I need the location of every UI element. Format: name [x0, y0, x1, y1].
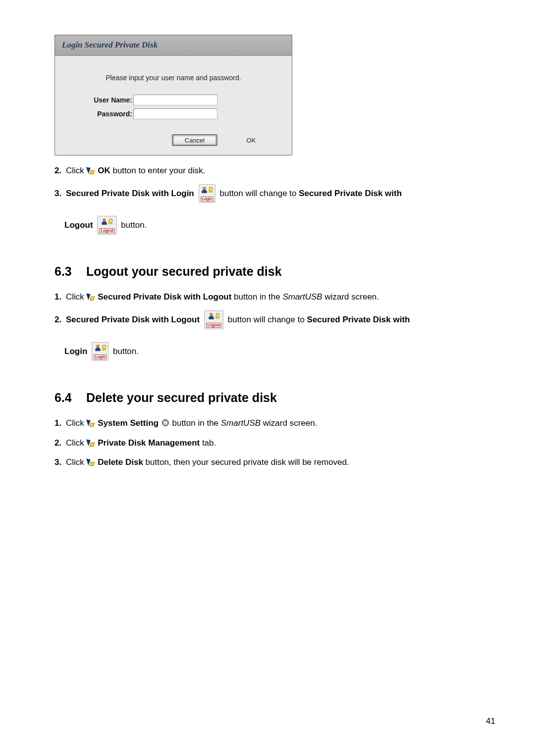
cursor-icon	[86, 166, 95, 175]
login-icon: Login	[92, 342, 108, 361]
section-6-3-heading: 6.3Logout your secured private disk	[54, 262, 500, 281]
section-6-4-step-3: 3. Click Delete Disk button, then your s…	[54, 456, 500, 469]
section-6-4-step-2: 2. Click Private Disk Management tab.	[54, 437, 500, 450]
login-dialog: Login Secured Private Disk Please input …	[54, 35, 292, 155]
cursor-icon	[86, 418, 95, 427]
password-label: Password:	[83, 110, 132, 118]
section-6-4-step-1: 1. Click System Setting button in the Sm…	[54, 417, 500, 430]
step-3-top: 3. Secured Private Disk with Login Login…	[54, 184, 500, 235]
password-row: Password:	[64, 108, 283, 119]
section-6-3-step-2: 2. Secured Private Disk with Logout Logo…	[54, 310, 500, 361]
ok-button[interactable]: OK	[228, 134, 274, 146]
login-icon: Login	[199, 184, 215, 203]
username-input[interactable]	[133, 95, 217, 105]
cursor-icon	[86, 438, 95, 447]
dialog-body: Please input your user name and password…	[55, 56, 292, 155]
gear-icon	[161, 418, 170, 427]
username-label: User Name:	[83, 96, 132, 104]
dialog-titlebar: Login Secured Private Disk	[55, 35, 292, 56]
password-input[interactable]	[133, 108, 217, 119]
cursor-icon	[86, 457, 95, 466]
dialog-title: Login Secured Private Disk	[62, 40, 158, 50]
dialog-message: Please input your user name and password…	[64, 74, 283, 82]
cursor-icon	[86, 292, 95, 301]
step-number: 2.	[54, 166, 61, 175]
section-6-4-heading: 6.4Delete your secured private disk	[54, 389, 500, 407]
logout-icon: Logout	[97, 216, 116, 235]
section-6-3-step-1: 1. Click Secured Private Disk with Logou…	[54, 291, 500, 303]
page-number: 41	[486, 716, 495, 726]
cancel-button[interactable]: Cancel	[172, 134, 217, 146]
username-row: User Name:	[64, 95, 283, 105]
step-number: 3.	[54, 189, 61, 198]
dialog-button-row: Cancel OK	[64, 134, 283, 149]
logout-icon: Logout	[204, 310, 223, 329]
step-2-top: 2. Click OK button to enter your disk.	[54, 164, 500, 177]
